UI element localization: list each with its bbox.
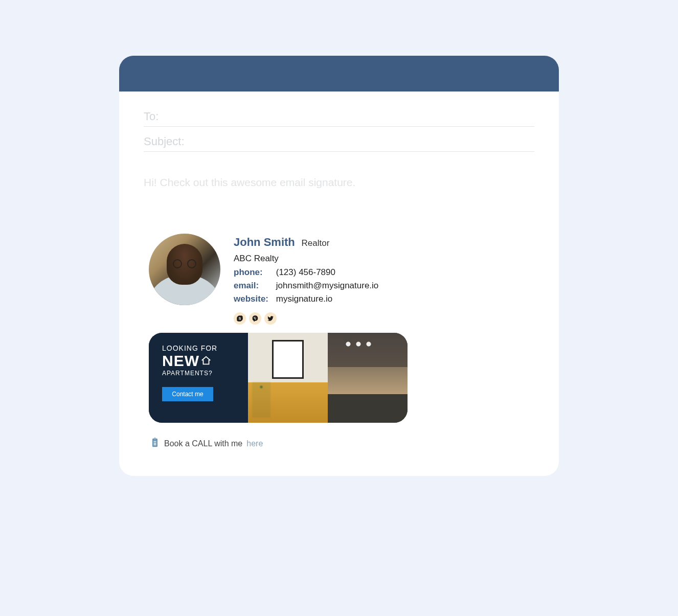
email-body-text[interactable]: Hi! Check out this awesome email signatu… <box>144 176 534 189</box>
signature-name: John Smith <box>234 236 295 248</box>
window-title-bar <box>119 56 559 92</box>
email-compose-window: To: Subject: Hi! Check out this awesome … <box>119 56 559 475</box>
page-background: To: Subject: Hi! Check out this awesome … <box>46 0 632 532</box>
book-call-text: Book a CALL with me <box>164 439 242 448</box>
email-value[interactable]: johnsmith@mysignature.io <box>276 281 379 290</box>
phone-label: phone: <box>234 266 274 279</box>
signature-info: John Smith Realtor ABC Realty phone: (12… <box>234 234 534 324</box>
banner-line3: APARTMENTS? <box>162 370 239 377</box>
promo-banner[interactable]: LOOKING FOR NEW APARTMENTS? Contact me <box>149 333 408 423</box>
email-label: email: <box>234 279 274 292</box>
banner-image-living-room <box>248 333 328 423</box>
banner-text-panel: LOOKING FOR NEW APARTMENTS? Contact me <box>149 333 248 423</box>
book-call-row: Book a CALL with me here <box>150 437 534 450</box>
subject-field-row[interactable]: Subject: <box>144 130 534 152</box>
banner-line2: NEW <box>162 353 239 369</box>
banner-image-dining-room <box>328 333 408 423</box>
phone-value: (123) 456-7890 <box>276 267 335 277</box>
email-body-area: To: Subject: Hi! Check out this awesome … <box>119 92 559 475</box>
viber-icon[interactable] <box>249 312 261 325</box>
house-icon <box>200 355 212 366</box>
banner-line1: LOOKING FOR <box>162 344 239 352</box>
website-label: website: <box>234 292 274 306</box>
clipboard-icon <box>150 437 160 450</box>
email-signature: John Smith Realtor ABC Realty phone: (12… <box>149 234 534 450</box>
social-icons-row <box>234 312 534 325</box>
to-label: To: <box>144 110 159 123</box>
twitter-icon[interactable] <box>264 312 277 325</box>
signature-company: ABC Realty <box>234 252 534 265</box>
skype-icon[interactable] <box>234 312 246 325</box>
signature-title: Realtor <box>302 238 330 248</box>
website-value[interactable]: mysignature.io <box>276 294 333 304</box>
contact-me-button[interactable]: Contact me <box>162 387 213 401</box>
book-call-link[interactable]: here <box>246 439 263 448</box>
signature-avatar <box>149 234 220 305</box>
signature-top-row: John Smith Realtor ABC Realty phone: (12… <box>149 234 534 324</box>
subject-label: Subject: <box>144 135 185 148</box>
to-field-row[interactable]: To: <box>144 105 534 127</box>
